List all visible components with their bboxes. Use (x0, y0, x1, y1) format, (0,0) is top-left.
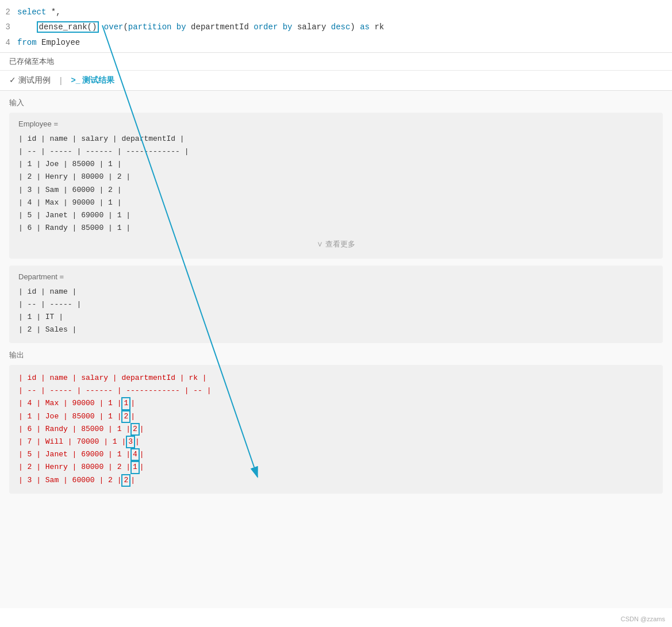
table-row: | 3 | Sam | 60000 | 2 | 2 | (18, 474, 654, 487)
input-label: 输入 (9, 98, 663, 108)
tabs-bar: ✓ 测试用例 | >_ 测试结果 (0, 71, 672, 91)
output-table-container: | id | name | salary | departmentId | rk… (9, 365, 663, 494)
rk-cell-7: 2 (121, 474, 130, 487)
employee-sep-row: | -- | ----- | ------ | ------------ | (18, 145, 654, 158)
table-row: | 2 | Henry | 80000 | 2 | 1 | (18, 461, 654, 474)
saved-bar: 已存储至本地 (0, 53, 672, 71)
main-content: 输入 Employee = | id | name | salary | dep… (0, 91, 672, 608)
code-line-4: 4 from Employee (0, 35, 672, 50)
code-line-3: 3 dense_rank() over(partition by departm… (0, 20, 672, 34)
table-row: | 6 | Randy | 85000 | 1 | 2 | (18, 423, 654, 436)
output-label: 输出 (9, 350, 663, 360)
tab-test-result[interactable]: >_ 测试结果 (71, 75, 115, 86)
employee-header-row: | id | name | salary | departmentId | (18, 133, 654, 145)
watermark: CSDN @zzams (621, 616, 665, 622)
output-section: 输出 | id | name | salary | departmentId |… (9, 350, 663, 494)
rk-cell-4: 3 (126, 436, 135, 448)
keyword-select: select (17, 7, 46, 17)
saved-text: 已存储至本地 (9, 57, 54, 66)
table-row: | 3 | Sam | 60000 | 2 | (18, 184, 654, 197)
code-section: 2 select *, 3 dense_rank() over(partitio… (0, 0, 672, 53)
department-table: | id | name | | -- | ----- | | 1 | IT | … (18, 286, 654, 336)
department-table-name: Department = (18, 272, 654, 281)
line-num-2: 2 (0, 6, 17, 18)
tab-test-case-label: ✓ 测试用例 (9, 75, 51, 86)
rk-cell-1: 1 (121, 397, 130, 410)
line-num-4: 4 (0, 36, 17, 49)
table-row: | 1 | IT | (18, 311, 654, 324)
table-row: | 1 | Joe | 85000 | 1 | (18, 158, 654, 171)
tab-separator: | (60, 76, 62, 85)
code-content-3: dense_rank() over(partition by departmen… (17, 21, 672, 33)
table-row: | 1 | Joe | 85000 | 1 | 2 | (18, 410, 654, 423)
code-content-2: select *, (17, 6, 672, 18)
code-content-4: from Employee (17, 36, 672, 49)
rk-cell-5: 4 (130, 448, 140, 461)
page-wrapper: 2 select *, 3 dense_rank() over(partitio… (0, 0, 672, 627)
employee-table-container: Employee = | id | name | salary | depart… (9, 113, 663, 259)
dense-rank-fn: dense_rank() (37, 21, 99, 33)
employee-table-name: Employee = (18, 120, 654, 128)
output-table: | id | name | salary | departmentId | rk… (18, 372, 654, 487)
line-num-3: 3 (0, 21, 17, 33)
rk-cell-2: 2 (121, 410, 130, 423)
department-table-container: Department = | id | name | | -- | ----- … (9, 266, 663, 343)
table-row: | 6 | Randy | 85000 | 1 | (18, 222, 654, 234)
output-sep-row: | -- | ----- | ------ | ------------ | -… (18, 384, 654, 397)
table-row: | 5 | Janet | 69000 | 1 | (18, 209, 654, 222)
department-sep-row: | -- | ----- | (18, 298, 654, 311)
code-line-2: 2 select *, (0, 5, 672, 20)
output-header-row: | id | name | salary | departmentId | rk… (18, 372, 654, 384)
table-row: | 7 | Will | 70000 | 1 | 3 | (18, 436, 654, 448)
table-row: | 4 | Max | 90000 | 1 | 1 | (18, 397, 654, 410)
tab-test-case[interactable]: ✓ 测试用例 (9, 75, 51, 86)
department-header-row: | id | name | (18, 286, 654, 298)
rk-cell-3: 2 (130, 423, 140, 436)
see-more[interactable]: ∨ 查看更多 (18, 234, 654, 252)
rk-cell-6: 1 (130, 461, 140, 474)
table-row: | 4 | Max | 90000 | 1 | (18, 197, 654, 209)
table-row: | 2 | Sales | (18, 324, 654, 336)
tab-test-result-label: >_ 测试结果 (71, 75, 115, 86)
table-row: | 5 | Janet | 69000 | 1 | 4 | (18, 448, 654, 461)
employee-table: | id | name | salary | departmentId | | … (18, 133, 654, 234)
table-row: | 2 | Henry | 80000 | 2 | (18, 171, 654, 183)
